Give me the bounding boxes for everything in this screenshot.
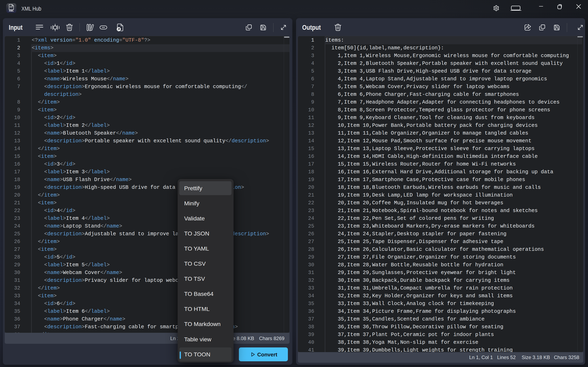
svg-text:XML: XML [9, 9, 14, 12]
